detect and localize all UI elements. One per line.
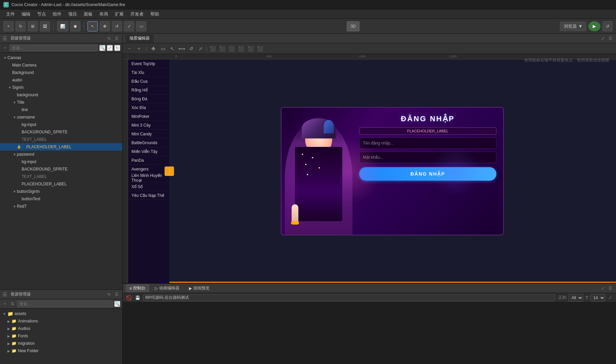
reload-button[interactable]: ↺ bbox=[602, 21, 613, 31]
maximize-button[interactable]: ⊞ bbox=[28, 21, 38, 31]
tree-password-bgsprite[interactable]: BACKGROUND_SPRITE bbox=[0, 165, 122, 173]
menu-item-minicandy[interactable]: Mini Candy bbox=[128, 130, 169, 138]
console-font-size-select[interactable]: 14 bbox=[590, 294, 605, 302]
menu-component[interactable]: 组件 bbox=[49, 10, 65, 19]
hierarchy-refresh-btn[interactable]: ↻ bbox=[106, 35, 112, 42]
menu-item-xoso[interactable]: Xổ Số bbox=[128, 182, 169, 191]
tree-password-bginput[interactable]: bg-input bbox=[0, 158, 122, 165]
rect-button[interactable]: ▭ bbox=[136, 21, 146, 31]
hierarchy-add-btn[interactable]: ＋ bbox=[2, 45, 8, 51]
move-tool-btn[interactable]: ⟺ bbox=[178, 45, 186, 53]
asset-item-audios[interactable]: ▶ 📁 Audios bbox=[0, 325, 122, 332]
rotate-button[interactable]: ↺ bbox=[112, 21, 122, 31]
scale-tool-btn[interactable]: ⤢ bbox=[197, 45, 205, 53]
tree-redt[interactable]: ▼ RedT bbox=[0, 203, 122, 210]
tree-title-line[interactable]: line bbox=[0, 106, 122, 113]
menu-item-eventtopvip[interactable]: Event TopVip bbox=[128, 59, 169, 68]
scene-editor-tab[interactable]: 场景编辑器 bbox=[125, 34, 154, 43]
tree-buttonsignin[interactable]: ▼ buttonSignIn bbox=[0, 188, 122, 195]
bottom-expand-btn[interactable]: ⤢ bbox=[600, 285, 606, 291]
asset-sort-btn[interactable]: ⇅ bbox=[9, 301, 16, 307]
menu-item-bongda[interactable]: Bóng Đá bbox=[128, 95, 169, 103]
menu-help[interactable]: 帮助 bbox=[147, 10, 163, 19]
asset-item-animations[interactable]: ▶ 📁 Animations bbox=[0, 317, 122, 325]
console-save-btn[interactable]: 💾 bbox=[134, 294, 141, 301]
tree-password-textlabel[interactable]: TEXT_LABEL bbox=[0, 173, 122, 180]
menu-item-panda[interactable]: PanDa bbox=[128, 156, 169, 165]
rect-tool-btn[interactable]: ▭ bbox=[159, 45, 167, 53]
menu-node[interactable]: 节点 bbox=[34, 10, 49, 19]
menu-item-taixiu[interactable]: Tài Xỉu bbox=[128, 68, 169, 77]
move-button[interactable]: ✥ bbox=[100, 21, 110, 31]
record-button[interactable]: ⏺ bbox=[70, 21, 80, 31]
monitor-button[interactable]: 📊 bbox=[57, 21, 68, 31]
asset-item-migration[interactable]: ▶ 📁 migration bbox=[0, 340, 122, 347]
tab-game-preview[interactable]: ▶ 游戏预览 bbox=[185, 284, 214, 292]
console-filter-select[interactable]: All bbox=[568, 294, 583, 302]
menu-layout[interactable]: 布局 bbox=[96, 10, 112, 19]
menu-project[interactable]: 项目 bbox=[65, 10, 80, 19]
tab-console[interactable]: ≡ 控制台 bbox=[125, 284, 149, 292]
tree-buttontext[interactable]: buttonText bbox=[0, 195, 122, 203]
console-resize-btn[interactable]: ⤢ bbox=[607, 295, 613, 301]
menu-item-battlegrounds[interactable]: BattleGrounds bbox=[128, 138, 169, 147]
align-left-btn[interactable]: ⬛ bbox=[209, 45, 217, 53]
tree-password[interactable]: ▼ password bbox=[0, 151, 122, 158]
rotate-tool-btn[interactable]: ↺ bbox=[187, 45, 195, 53]
asset-search-btn[interactable]: 🔍 bbox=[114, 301, 120, 307]
tree-username-bgsprite[interactable]: BACKGROUND_SPRITE bbox=[0, 128, 122, 136]
menu-item-yeucaunapthe[interactable]: Yêu Cầu Nạp Thẻ bbox=[128, 191, 169, 200]
tree-username[interactable]: ▼ username bbox=[0, 113, 122, 121]
tree-canvas[interactable]: ▼ Canvas bbox=[0, 54, 122, 61]
asset-search-input[interactable] bbox=[17, 301, 113, 307]
tree-username-textlabel[interactable]: TEXT_LABEL bbox=[0, 136, 122, 143]
tree-username-placeholder[interactable]: 🔒 PLACEHOLDER_LABEL bbox=[0, 143, 122, 151]
menu-item-mienvientay[interactable]: Miền Viễn Tây bbox=[128, 147, 169, 156]
image-button[interactable]: 🖼 bbox=[40, 21, 50, 31]
zoom-in-btn[interactable]: ＋ bbox=[135, 45, 143, 53]
menu-item-rongho[interactable]: Rồng Hổ bbox=[128, 86, 169, 95]
tree-title[interactable]: ▼ Title bbox=[0, 99, 122, 106]
tree-username-bginput[interactable]: bg-input bbox=[0, 121, 122, 128]
side-menu-arrow-btn[interactable]: ❯ bbox=[165, 166, 174, 176]
select-button[interactable]: ↖ bbox=[88, 21, 98, 31]
menu-developer[interactable]: 开发者 bbox=[127, 10, 147, 19]
console-clear-btn[interactable]: 🚫 bbox=[125, 294, 132, 301]
tree-audio[interactable]: audio bbox=[0, 76, 122, 84]
hierarchy-expand-btn[interactable]: ⤢ bbox=[107, 45, 113, 51]
username-input-display[interactable]: Tên đăng nhập... bbox=[359, 137, 496, 149]
browser-button[interactable]: 浏览器 ▼ bbox=[560, 22, 586, 31]
hierarchy-search-btn[interactable]: 🔍 bbox=[99, 45, 105, 51]
scene-expand-btn[interactable]: ⤢ bbox=[600, 35, 606, 42]
tree-signin[interactable]: ▼ SignIn bbox=[0, 84, 122, 91]
menu-file[interactable]: 文件 bbox=[3, 10, 18, 19]
scene-canvas[interactable]: Event TopVip Tài Xỉu Đầu Cua Rồng Hổ Bón… bbox=[128, 59, 616, 283]
hand-tool-btn[interactable]: ✥ bbox=[149, 45, 157, 53]
play-button[interactable]: ▶ bbox=[588, 21, 600, 31]
align-right-btn[interactable]: ⬛ bbox=[228, 45, 236, 53]
menu-item-avengers[interactable]: Avengers bbox=[128, 165, 169, 174]
menu-item-mini3cay[interactable]: Mini 3 Cây bbox=[128, 121, 169, 130]
align-top-btn[interactable]: ⬛ bbox=[237, 45, 245, 53]
asset-item-assets[interactable]: ▼ 📁 assets bbox=[0, 310, 122, 317]
asset-item-newfolder[interactable]: ▶ 📁 New Folder bbox=[0, 347, 122, 355]
align-bottom-btn[interactable]: ⬛ bbox=[256, 45, 264, 53]
tree-signin-bg[interactable]: background bbox=[0, 91, 122, 99]
hierarchy-menu-btn[interactable]: ☰ bbox=[114, 35, 120, 42]
align-center-btn[interactable]: ⬛ bbox=[218, 45, 226, 53]
menu-panel[interactable]: 面板 bbox=[80, 10, 96, 19]
tree-password-placeholder[interactable]: PLACEHOLDER_LABEL bbox=[0, 180, 122, 188]
menu-item-minipoker[interactable]: MiniPoker bbox=[128, 112, 169, 121]
scale-button[interactable]: ⤢ bbox=[124, 21, 134, 31]
tree-main-camera[interactable]: Main Camera bbox=[0, 61, 122, 69]
menu-edit[interactable]: 编辑 bbox=[18, 10, 34, 19]
menu-item-daucua[interactable]: Đầu Cua bbox=[128, 77, 169, 86]
hierarchy-collapse-btn[interactable]: ↻ bbox=[114, 45, 120, 51]
refresh-button[interactable]: ↻ bbox=[16, 21, 26, 31]
tree-background[interactable]: Background bbox=[0, 69, 122, 76]
menu-item-lienminh[interactable]: Liên Minh Huyền Thoại bbox=[128, 174, 169, 182]
asset-item-fonts[interactable]: ▶ 📁 Fonts bbox=[0, 332, 122, 340]
tab-animation-editor[interactable]: ▷ 动画编辑器 bbox=[151, 284, 183, 292]
arrow-tool-btn[interactable]: ↖ bbox=[168, 45, 176, 53]
scene-menu-btn[interactable]: ☰ bbox=[607, 35, 613, 42]
